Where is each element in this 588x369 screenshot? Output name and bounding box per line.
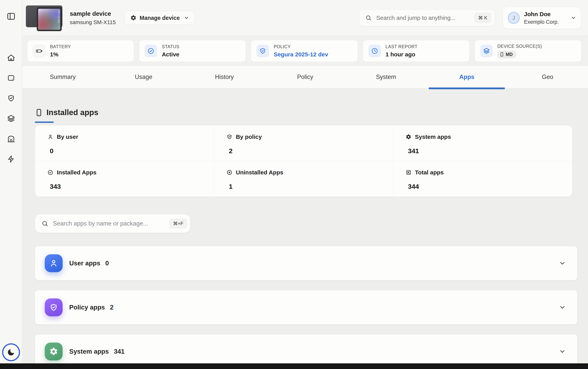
global-search: ⌘ K: [359, 9, 495, 26]
app-search: ⌘+F: [35, 214, 190, 233]
diff-square-icon: [406, 170, 412, 175]
tab-usage[interactable]: Usage: [103, 66, 184, 88]
shield-check-icon: [227, 134, 232, 140]
stat-label: Installed Apps: [57, 169, 96, 176]
app-search-input[interactable]: [53, 220, 165, 227]
circle-check-icon: [47, 170, 53, 175]
gear-icon: [45, 343, 63, 360]
circle-x-icon: [227, 170, 232, 175]
status-card: STATUS Active: [139, 40, 246, 62]
accordion-label: User apps: [69, 259, 100, 267]
stat-value: 0: [50, 147, 214, 155]
tablet-icon: [7, 74, 15, 82]
sidebar-item-enterprise[interactable]: [6, 133, 16, 144]
layers-icon: [7, 114, 15, 123]
stat-value: 344: [408, 183, 572, 190]
status-label: STATUS: [162, 44, 179, 49]
status-value: Active: [162, 51, 179, 58]
user-menu[interactable]: J John Doe Exemplo Corp.: [503, 7, 581, 29]
policy-label: POLICY: [274, 44, 328, 49]
search-icon: [41, 220, 48, 227]
device-sources-card: DEVICE SOURCE(S) MD: [475, 40, 581, 62]
manage-device-label: Manage device: [140, 15, 180, 21]
zap-icon: [7, 155, 15, 163]
shield-check-icon: [45, 298, 63, 316]
stat-value: 1: [229, 183, 393, 190]
installed-apps-title: Installed apps: [46, 108, 98, 117]
device-photo-front: Tab A7 Lite: [37, 7, 62, 31]
user-name: John Doe: [524, 11, 567, 18]
stat-total-apps: Total apps 344: [393, 161, 572, 196]
device-sources-label: DEVICE SOURCE(S): [497, 44, 542, 49]
panel-left-icon: [7, 12, 16, 21]
stat-value: 341: [408, 147, 572, 155]
last-report-label: LAST REPORT: [386, 44, 417, 49]
accordion-label: Policy apps: [69, 304, 105, 311]
gear-icon: [130, 15, 136, 21]
tab-summary[interactable]: Summary: [22, 66, 103, 88]
chevron-down-icon: [559, 348, 566, 355]
home-icon: [7, 53, 15, 62]
stat-system-apps: System apps 341: [393, 125, 572, 161]
policy-link[interactable]: Segura 2025-12 dev: [274, 51, 328, 58]
tab-apps[interactable]: Apps: [426, 66, 507, 88]
device-photo: Tab A7 Lite: [25, 3, 66, 32]
chevron-down-icon: [559, 304, 566, 311]
device-source-badge-text: MD: [506, 52, 513, 57]
layers-icon: [480, 45, 493, 57]
bottom-bar: [0, 363, 588, 369]
last-report-value: 1 hour ago: [386, 51, 417, 58]
sidebar-item-devices[interactable]: [6, 73, 16, 83]
sidebar-item-home[interactable]: [6, 52, 16, 63]
device-model: samsung SM-X115: [70, 19, 116, 25]
policy-apps-accordion[interactable]: Policy apps 2: [35, 290, 577, 325]
smartphone-icon: [500, 52, 504, 57]
device-source-badge: MD: [497, 51, 516, 58]
search-icon: [365, 15, 371, 21]
user-icon: [47, 134, 53, 140]
installed-apps-stats: By user 0 By policy 2 System apps 341: [35, 125, 572, 197]
user-icon: [45, 254, 63, 272]
sidebar-item-layers[interactable]: [6, 113, 16, 124]
chevron-down-icon: [559, 260, 566, 267]
stat-label: By user: [57, 133, 78, 140]
device-name: sample device: [70, 10, 116, 17]
chevron-down-icon: [571, 15, 576, 20]
battery-value: 1%: [50, 51, 71, 58]
accordion-count: 341: [114, 348, 125, 355]
sidebar-item-automation[interactable]: [6, 154, 16, 164]
accordion-count: 0: [105, 259, 109, 267]
user-apps-accordion[interactable]: User apps 0: [35, 246, 577, 280]
sidebar-toggle-button[interactable]: [6, 12, 16, 21]
stat-by-user: By user 0: [35, 125, 214, 161]
tab-system[interactable]: System: [346, 66, 426, 88]
dark-mode-toggle[interactable]: [2, 343, 20, 361]
chevron-down-icon: [184, 15, 189, 20]
clock-icon: [369, 45, 381, 57]
shield-check-icon: [257, 45, 269, 57]
stat-value: 343: [50, 183, 214, 190]
stat-label: Uninstalled Apps: [236, 169, 283, 176]
policy-card: POLICY Segura 2025-12 dev: [251, 40, 358, 62]
device-tabs: Summary Usage History Policy System Apps…: [22, 66, 588, 88]
building-icon: [7, 135, 15, 143]
global-search-input[interactable]: [376, 15, 470, 21]
sidebar-item-security[interactable]: [6, 93, 16, 103]
accordion-count: 2: [110, 304, 113, 311]
global-search-shortcut: ⌘ K: [475, 13, 491, 23]
stat-installed-apps: Installed Apps 343: [35, 161, 214, 196]
battery-icon: [33, 45, 45, 57]
status-cards-band: BATTERY 1% STATUS Active POLICY Segura 2…: [22, 36, 588, 65]
user-org: Exemplo Corp.: [524, 19, 567, 25]
avatar: J: [508, 12, 520, 24]
tab-geo[interactable]: Geo: [507, 66, 588, 88]
stat-label: System apps: [415, 133, 451, 140]
apps-tab-content: Installed apps By user 0 By policy 2: [22, 89, 588, 363]
manage-device-button[interactable]: Manage device: [124, 11, 195, 25]
moon-icon: [7, 348, 15, 356]
circle-check-icon: [145, 45, 157, 57]
tab-policy[interactable]: Policy: [265, 66, 346, 88]
section-underline: [35, 122, 54, 123]
tab-history[interactable]: History: [184, 66, 265, 88]
smartphone-icon: [35, 109, 43, 117]
